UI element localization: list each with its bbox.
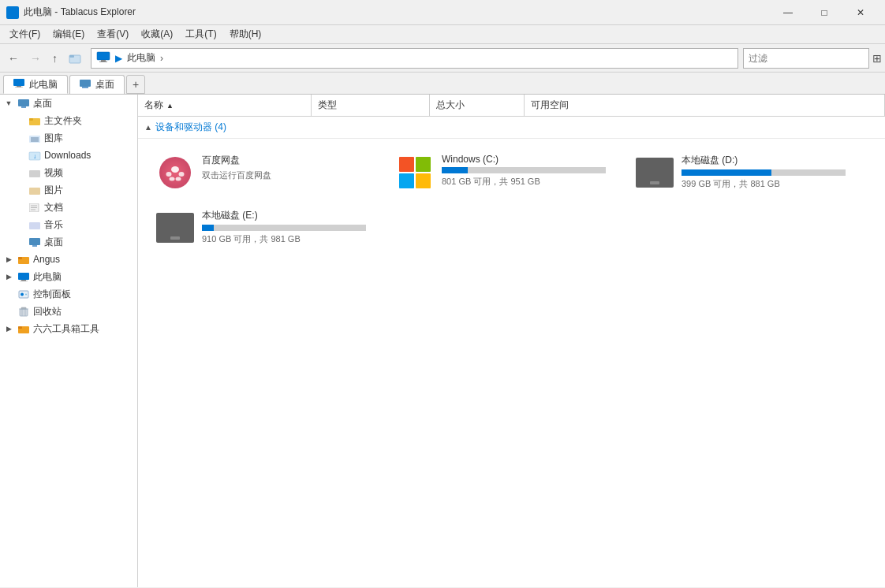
- baidu-drive-subtitle: 双击运行百度网盘: [202, 169, 366, 181]
- title-bar-left: 此电脑 - Tablacus Explorer: [6, 6, 136, 19]
- svg-rect-3: [101, 60, 106, 61]
- local-d-space: 399 GB 可用，共 881 GB: [681, 178, 846, 190]
- sidebar-label-control-panel: 控制面板: [33, 288, 71, 301]
- tab-desktop[interactable]: 桌面: [69, 75, 125, 94]
- section-label-devices: 设备和驱动器 (4): [155, 121, 226, 134]
- music-icon: [28, 218, 41, 231]
- section-header-devices[interactable]: ▲ 设备和驱动器 (4): [138, 117, 885, 139]
- menu-tools[interactable]: 工具(T): [179, 26, 222, 43]
- sidebar-item-angus[interactable]: Angus: [0, 251, 137, 268]
- svg-rect-1: [69, 55, 74, 58]
- filter-input[interactable]: [749, 53, 864, 64]
- svg-point-43: [166, 172, 172, 177]
- add-tab-button[interactable]: +: [126, 75, 145, 94]
- col-header-name[interactable]: 名称 ▲: [138, 95, 312, 116]
- sidebar-item-videos[interactable]: 视频: [0, 164, 137, 181]
- sidebar-label-library: 图库: [44, 132, 63, 145]
- sidebar-item-pictures[interactable]: 图片: [0, 181, 137, 199]
- drive-item-baidu[interactable]: 百度网盘 双击运行百度网盘: [151, 148, 372, 197]
- svg-rect-4: [99, 61, 107, 62]
- drive-item-windows-c[interactable]: Windows (C:) 801 GB 可用，共 951 GB: [390, 148, 611, 197]
- local-e-bar-bg: [202, 225, 366, 231]
- baidu-drive-icon-area: [156, 154, 194, 192]
- column-headers: 名称 ▲ 类型 总大小 可用空间: [138, 95, 885, 117]
- expand-arrow-angus: [3, 254, 14, 265]
- desktop-icon: [17, 97, 30, 110]
- svg-rect-24: [29, 222, 40, 229]
- svg-rect-31: [20, 281, 28, 281]
- back-button[interactable]: ←: [3, 47, 24, 69]
- disk-front-d: [650, 181, 659, 184]
- svg-rect-9: [82, 87, 88, 88]
- sidebar-item-control-panel[interactable]: 控制面板: [0, 285, 137, 303]
- svg-rect-26: [32, 245, 37, 247]
- svg-rect-18: [29, 170, 40, 177]
- disk-front-e: [170, 236, 180, 240]
- address-computer-icon: [96, 51, 110, 65]
- local-d-bar-fill: [681, 169, 771, 176]
- maximize-button[interactable]: □: [806, 0, 842, 25]
- menu-view[interactable]: 查看(V): [91, 26, 135, 43]
- desktop-sub-icon: [28, 236, 41, 248]
- sidebar-label-downloads: Downloads: [44, 150, 91, 161]
- tab-computer[interactable]: 此电脑: [3, 75, 68, 94]
- drive-item-local-d[interactable]: 本地磁盘 (D:) 399 GB 可用，共 881 GB: [630, 148, 851, 197]
- menu-file[interactable]: 文件(F): [3, 26, 47, 43]
- sidebar-item-recycle-bin[interactable]: 回收站: [0, 303, 137, 320]
- sidebar-label-music: 音乐: [44, 218, 63, 232]
- close-button[interactable]: ✕: [842, 0, 879, 25]
- minimize-button[interactable]: —: [770, 0, 806, 25]
- menu-bar: 文件(F) 编辑(E) 查看(V) 收藏(A) 工具(T) 帮助(H): [0, 25, 885, 44]
- tab-desktop-label: 桌面: [95, 78, 114, 91]
- drive-item-local-e[interactable]: 本地磁盘 (E:) 910 GB 可用，共 981 GB: [151, 203, 372, 252]
- forward-button[interactable]: →: [25, 47, 46, 69]
- sidebar-item-documents[interactable]: 文档: [0, 199, 137, 216]
- windows-c-bar-fill: [442, 167, 468, 173]
- sidebar-item-main-folder[interactable]: 主文件夹: [0, 112, 137, 129]
- up-button[interactable]: ↑: [47, 47, 62, 69]
- sidebar-item-desktop-sub[interactable]: 桌面: [0, 233, 137, 251]
- menu-help[interactable]: 帮助(H): [223, 26, 268, 43]
- svg-rect-30: [21, 280, 26, 281]
- expand-arrow-toolbox: [3, 323, 14, 334]
- menu-favorites[interactable]: 收藏(A): [135, 26, 179, 43]
- sidebar-item-this-pc[interactable]: 此电脑: [0, 268, 137, 285]
- content-area: 名称 ▲ 类型 总大小 可用空间 ▲ 设备和驱动器 (4): [138, 95, 885, 587]
- videos-icon: [28, 166, 41, 179]
- local-e-bar-fill: [202, 225, 214, 231]
- baidu-drive-info: 百度网盘 双击运行百度网盘: [202, 154, 366, 181]
- address-bar[interactable]: ▶ 此电脑 ›: [91, 48, 738, 69]
- svg-rect-13: [29, 118, 33, 121]
- sidebar-label-recycle-bin: 回收站: [33, 305, 62, 318]
- svg-rect-19: [29, 188, 40, 195]
- sidebar-label-angus: Angus: [33, 254, 60, 265]
- menu-edit[interactable]: 编辑(E): [47, 26, 91, 43]
- col-header-type[interactable]: 类型: [312, 95, 430, 116]
- new-folder-button[interactable]: [64, 47, 86, 69]
- sidebar-item-music[interactable]: 音乐: [0, 216, 137, 233]
- tab-computer-icon: [13, 79, 24, 90]
- control-panel-icon: [17, 288, 30, 300]
- sidebar-label-this-pc: 此电脑: [33, 270, 62, 284]
- svg-point-34: [25, 293, 27, 295]
- recycle-bin-icon: [17, 305, 30, 318]
- tab-computer-label: 此电脑: [29, 78, 58, 91]
- svg-point-45: [170, 177, 175, 181]
- sidebar-item-toolbox[interactable]: 六六工具箱工具: [0, 320, 137, 337]
- col-header-size[interactable]: 总大小: [430, 95, 525, 116]
- documents-icon: [28, 201, 41, 214]
- tabs-bar: 此电脑 桌面 +: [0, 73, 885, 95]
- expand-arrow-desktop: [3, 98, 14, 109]
- svg-rect-5: [13, 79, 24, 86]
- svg-rect-35: [20, 309, 28, 316]
- sidebar-item-downloads[interactable]: ↓ Downloads: [0, 147, 137, 164]
- filter-box[interactable]: [743, 48, 869, 69]
- sidebar: 桌面 主文件夹 图库 ↓ Down: [0, 95, 138, 587]
- sidebar-label-main-folder: 主文件夹: [44, 114, 82, 128]
- sidebar-item-desktop-top[interactable]: 桌面: [0, 95, 137, 112]
- col-header-free[interactable]: 可用空间: [525, 95, 885, 116]
- section-expand-icon: ▲: [144, 123, 152, 132]
- sidebar-label-documents: 文档: [44, 201, 63, 214]
- svg-rect-15: [31, 137, 39, 142]
- sidebar-item-library[interactable]: 图库: [0, 129, 137, 147]
